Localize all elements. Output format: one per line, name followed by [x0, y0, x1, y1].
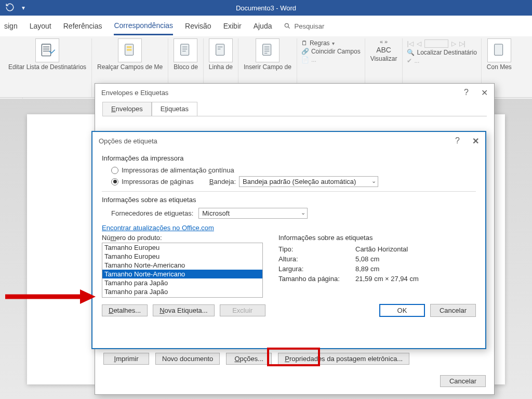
- list-item[interactable]: Tamanho Europeu: [102, 252, 262, 261]
- svg-rect-1: [42, 44, 50, 56]
- tab-design[interactable]: sign: [4, 18, 18, 34]
- search-icon: [284, 22, 291, 30]
- bloco-label: Bloco de: [174, 63, 198, 71]
- office-updates-link[interactable]: Encontrar atualizações no Office.com: [102, 224, 214, 232]
- svg-rect-7: [263, 44, 271, 55]
- tab-layout[interactable]: Layout: [30, 18, 51, 34]
- vendor-value: Microsoft: [202, 209, 230, 217]
- cancel-button-env[interactable]: Cancelar: [440, 375, 486, 387]
- dialog-title-env: Envelopes e Etiquetas: [101, 89, 168, 97]
- abc-label: ABC: [376, 46, 391, 54]
- tab-revisao[interactable]: Revisão: [185, 18, 211, 34]
- rules-button[interactable]: 🗒Regras ▾: [301, 39, 361, 47]
- label-info-heading: Informações sobre as etiquetas: [278, 234, 419, 242]
- cancel-button-opts[interactable]: Cancelar: [430, 304, 476, 317]
- options-button[interactable]: Opções...: [226, 353, 272, 365]
- tab-correspondencias[interactable]: Correspondências: [114, 17, 173, 35]
- visualizar-label: Visualizar: [370, 55, 397, 62]
- tab-envelopes[interactable]: Envelopes: [102, 102, 152, 116]
- radio-page[interactable]: Impressoras de páginas Bandeja: Bandeja …: [111, 176, 476, 187]
- new-doc-button[interactable]: Novo documento: [155, 353, 220, 365]
- search-label: Pesquisar: [294, 22, 324, 30]
- chevron-down-icon: ⌄: [371, 178, 376, 184]
- ribbon-edit-list[interactable]: Editar Lista de Destinatários: [3, 38, 92, 97]
- svg-rect-8: [495, 44, 503, 55]
- help-icon-opts[interactable]: ?: [455, 136, 460, 146]
- svg-rect-5: [181, 44, 189, 55]
- radio-continuous[interactable]: Impressoras de alimentação contínua: [111, 166, 476, 174]
- svg-point-0: [285, 23, 289, 27]
- qat-more-icon[interactable]: ▾: [22, 4, 25, 11]
- label-info-table: Tipo:Cartão Horizontal Altura:5,08 cm La…: [278, 245, 419, 284]
- vendor-select[interactable]: Microsoft ⌄: [198, 208, 308, 219]
- close-icon[interactable]: ✕: [481, 88, 488, 98]
- tab-referencias[interactable]: Referências: [63, 18, 102, 34]
- ribbon-tabs: sign Layout Referências Correspondências…: [0, 16, 532, 36]
- recipients-label: Editar Lista de Destinatários: [8, 63, 86, 71]
- autosave-icon[interactable]: [5, 3, 15, 14]
- product-number-listbox[interactable]: Tamanho Europeu Tamanho Europeu Tamanho …: [102, 243, 263, 298]
- postage-props-button[interactable]: Propriedades da postagem eletrônica...: [278, 353, 409, 365]
- list-item-selected[interactable]: Tamanho Norte-Americano: [102, 270, 262, 278]
- highlight-label: Realçar Campos de Me: [97, 63, 163, 71]
- new-label-button[interactable]: Nova Etiqueta...: [153, 304, 215, 316]
- title-bar: ▾ Documento3 - Word: [0, 0, 532, 16]
- tab-exibir[interactable]: Exibir: [223, 18, 242, 34]
- dialog-opcoes-etiqueta: Opções de etiqueta ? ✕ Informações da im…: [91, 131, 486, 349]
- list-item[interactable]: Tamanho Norte-Americano: [102, 261, 262, 270]
- close-icon-opts[interactable]: ✕: [472, 136, 479, 146]
- update-labels-button: 📄...: [301, 56, 361, 63]
- match-fields-button[interactable]: 🔗Coincidir Campos: [301, 48, 361, 55]
- check-errors-button: ✔...: [407, 57, 476, 64]
- help-icon[interactable]: ?: [464, 88, 469, 98]
- section-printer: Informações da impressora: [102, 154, 476, 162]
- inserir-label: Inserir Campo de: [244, 63, 291, 71]
- linha-label: Linha de: [209, 63, 233, 71]
- ok-button[interactable]: OK: [379, 304, 425, 317]
- svg-rect-3: [127, 46, 131, 48]
- dialog-title-opts: Opções de etiqueta: [99, 137, 157, 145]
- tell-me-search[interactable]: Pesquisar: [284, 22, 324, 30]
- radio-icon: [111, 167, 118, 174]
- record-nav[interactable]: |◁◁▷▷|: [407, 39, 476, 48]
- svg-rect-6: [216, 44, 224, 55]
- radio-icon-selected: [111, 178, 118, 185]
- svg-rect-4: [127, 49, 131, 50]
- tray-value: Bandeja padrão (Seleção automática): [243, 178, 356, 185]
- tab-ajuda[interactable]: Ajuda: [254, 18, 272, 34]
- find-recipient-button[interactable]: 🔍Localizar Destinatário: [407, 49, 476, 56]
- tray-select[interactable]: Bandeja padrão (Seleção automática) ⌄: [239, 176, 378, 187]
- chevron-down-icon: ⌄: [301, 209, 305, 216]
- section-labels: Informações sobre as etiquetas: [102, 196, 476, 204]
- list-item[interactable]: Tamanho para Japão: [102, 278, 262, 287]
- window-title: Documento3 - Word: [236, 4, 296, 12]
- tab-etiquetas[interactable]: Etiquetas: [152, 102, 197, 116]
- list-item[interactable]: Tamanho Europeu: [102, 243, 262, 252]
- recipients-icon: [35, 38, 59, 62]
- delete-button: Excluir: [220, 304, 265, 316]
- list-item[interactable]: Tamanho para Japão: [102, 287, 262, 296]
- print-button[interactable]: Imprimir: [103, 353, 149, 365]
- finish-label: Con Mes: [487, 63, 512, 71]
- details-button[interactable]: Detalhes...: [102, 304, 148, 316]
